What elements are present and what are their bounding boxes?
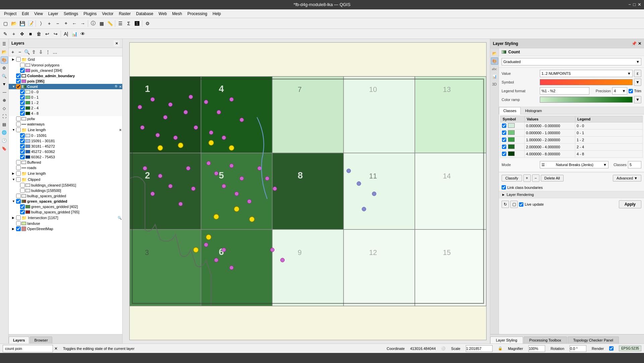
search-clear-icon[interactable]: ✕ xyxy=(54,346,58,351)
open-layer-btn[interactable]: + xyxy=(9,49,16,55)
add-class-btn[interactable]: + xyxy=(523,174,531,182)
measure-btn[interactable]: 📏 xyxy=(106,19,114,28)
row4-color[interactable] xyxy=(508,144,515,149)
class-0-1[interactable]: 0 - 1 xyxy=(9,95,122,100)
class-4-8[interactable]: 4 - 8 xyxy=(9,111,122,116)
check-intersection[interactable] xyxy=(16,215,21,220)
layer-pois-cleaned[interactable]: pois_cleaned [394] xyxy=(9,68,122,73)
menu-web[interactable]: Web xyxy=(156,11,169,17)
layer-count[interactable]: ▼ Count 🔍 ✕ xyxy=(9,84,122,89)
advanced-button[interactable]: Advanced ▼ xyxy=(613,175,641,182)
expand-ll1[interactable]: ▼ xyxy=(12,128,16,132)
attributes-btn[interactable]: ☰ xyxy=(116,19,124,28)
check-class-0-1[interactable] xyxy=(20,95,25,100)
label-btn[interactable]: A| xyxy=(62,30,70,38)
link-class-check[interactable] xyxy=(502,185,506,190)
table-row[interactable]: 4.000000 - 8.000000 xyxy=(501,151,643,158)
field-calc-btn[interactable]: 🆂 xyxy=(133,19,141,28)
menu-layer[interactable]: Layer xyxy=(46,11,61,17)
delete-selected-btn[interactable]: 🗑 xyxy=(35,30,43,38)
table-row[interactable]: 1.000000 - 2.000000 xyxy=(501,137,643,144)
layer-pois[interactable]: pois [395] xyxy=(9,79,122,84)
overview-icon[interactable]: ⛶ xyxy=(1,113,8,120)
check-class-1-2[interactable] xyxy=(20,100,25,105)
legend-format-input[interactable] xyxy=(540,87,589,95)
style-symbology-icon[interactable]: 🎨 xyxy=(491,57,498,65)
collapse-all-btn[interactable]: … xyxy=(52,49,58,55)
menu-raster[interactable]: Raster xyxy=(116,11,133,17)
expand-count[interactable]: ▼ xyxy=(12,85,16,88)
check-landuse[interactable] xyxy=(16,221,21,226)
count-close-icon[interactable]: ✕ xyxy=(119,85,122,89)
symbol-preview[interactable] xyxy=(540,79,633,85)
row4-legend[interactable] xyxy=(575,144,643,151)
check-ll1[interactable] xyxy=(16,127,21,132)
row2-legend-input[interactable] xyxy=(577,131,641,135)
row2-color[interactable] xyxy=(508,130,515,135)
color-ramp-preview[interactable] xyxy=(540,97,633,103)
select-btn[interactable]: ▦ xyxy=(98,19,106,28)
layer-osm[interactable]: ▶ OpenStreetMap xyxy=(9,226,122,231)
classes-input[interactable] xyxy=(628,161,641,168)
style-labels-icon[interactable]: abc xyxy=(491,65,498,72)
lock-icon[interactable]: 🔒 xyxy=(498,346,503,351)
styling-pin-icon[interactable]: 📌 xyxy=(632,41,637,46)
remove-class-btn[interactable]: − xyxy=(532,174,539,182)
row2-legend[interactable] xyxy=(575,129,643,137)
expand-all-btn[interactable]: ⋮ xyxy=(45,49,51,55)
check-osm[interactable] xyxy=(16,226,21,231)
row5-check[interactable] xyxy=(502,152,506,156)
plugins-btn[interactable]: ⚙ xyxy=(143,19,151,28)
live-update-check[interactable] xyxy=(519,202,523,207)
count-filter-icon[interactable]: 🔍 xyxy=(115,85,119,89)
open-project-btn[interactable]: 📂 xyxy=(10,19,18,28)
move-down-btn[interactable]: ⇩ xyxy=(38,49,44,55)
styling-close-icon[interactable]: ✕ xyxy=(638,41,641,46)
layer-intersection[interactable]: ▶ 📁 Intersection [1167] 🔍 xyxy=(9,215,122,221)
stats-btn[interactable]: Σ xyxy=(125,19,133,28)
locator-icon[interactable]: 🔍 xyxy=(1,72,8,80)
processing-icon[interactable]: ⚙ xyxy=(1,64,8,72)
check-buildings[interactable] xyxy=(20,188,25,193)
row1-legend-input[interactable] xyxy=(577,124,641,128)
save-project-btn[interactable]: 💾 xyxy=(18,19,26,28)
tab-topology-checker[interactable]: Topology Checker Panel xyxy=(568,336,619,344)
check-ll-5[interactable] xyxy=(20,155,25,159)
3d-icon[interactable]: ◇ xyxy=(1,105,8,112)
check-voronoi[interactable] xyxy=(20,63,25,67)
layer-line-length-2[interactable]: ▶ 📁 Line length xyxy=(9,170,122,176)
layer-clipped[interactable]: ▼ 📁 Clipped xyxy=(9,176,122,183)
layer-line-length-1[interactable]: ▼ 📁 Line length ✕ xyxy=(9,127,122,133)
check-grid[interactable] xyxy=(16,57,21,62)
check-ll-4[interactable] xyxy=(20,149,25,154)
minimize-btn[interactable]: − xyxy=(629,1,631,8)
layer-colombo-admin[interactable]: Colombo_admin_boundary xyxy=(9,73,122,79)
layer-grid[interactable]: ▶ 📁 Grid xyxy=(9,56,122,62)
check-waterways[interactable] xyxy=(16,122,21,126)
search-input[interactable] xyxy=(3,345,53,352)
digitize-btn[interactable]: ✎ xyxy=(1,30,9,38)
check-class-0-0[interactable] xyxy=(20,90,25,94)
bookmarks-icon[interactable]: 🔖 xyxy=(1,145,8,152)
menu-mesh[interactable]: Mesh xyxy=(170,11,185,17)
expand-osm[interactable]: ▶ xyxy=(12,227,16,230)
save-as-btn[interactable]: 📝 xyxy=(26,19,35,28)
style-diagrams-icon[interactable]: 📊 xyxy=(491,73,498,80)
layer-rendering-header[interactable]: ► Layer Rendering xyxy=(499,191,644,198)
history-icon[interactable]: ▢ xyxy=(510,201,518,208)
expand-ll2[interactable]: ▶ xyxy=(12,172,16,175)
layer-roads[interactable]: roads xyxy=(9,165,122,170)
zoom-prev-btn[interactable]: ← xyxy=(70,19,78,28)
check-class-4-8[interactable] xyxy=(20,111,25,116)
layer-green-gridded[interactable]: ▼ green_spaces_gridded xyxy=(9,199,122,204)
layer-buffered[interactable]: Buffered xyxy=(9,160,122,165)
value-expression-btn[interactable]: ε xyxy=(634,70,641,77)
menu-view[interactable]: View xyxy=(31,11,46,17)
table-row[interactable]: 0.000000 - 0.000000 xyxy=(501,122,643,129)
check-buffered[interactable] xyxy=(16,160,21,165)
epsg-badge[interactable]: EPSG:5235 xyxy=(619,346,641,351)
preview-btn[interactable]: 👁 xyxy=(79,30,87,38)
magnifier-input[interactable] xyxy=(528,345,545,352)
identify-btn[interactable]: ⓘ xyxy=(89,19,97,28)
check-green-402[interactable] xyxy=(20,204,25,209)
